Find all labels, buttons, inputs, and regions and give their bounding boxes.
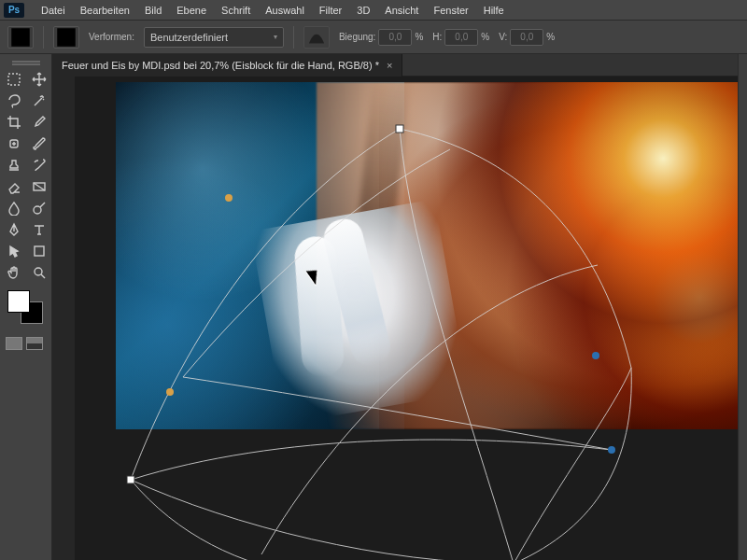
menu-layer[interactable]: Ebene bbox=[169, 0, 214, 21]
canvas-viewport[interactable] bbox=[75, 77, 747, 560]
gradient-tool-icon[interactable] bbox=[27, 176, 51, 197]
chevron-down-icon: ▾ bbox=[274, 33, 277, 41]
hand-tool-icon[interactable] bbox=[2, 262, 26, 283]
menu-3d[interactable]: 3D bbox=[349, 0, 377, 21]
document-canvas[interactable] bbox=[116, 82, 743, 429]
transform-tool-preset-icon[interactable] bbox=[7, 26, 34, 49]
svg-point-12 bbox=[608, 446, 615, 454]
bend-input[interactable]: 0,0 bbox=[378, 29, 412, 46]
path-select-tool-icon[interactable] bbox=[2, 241, 26, 261]
menu-select[interactable]: Auswahl bbox=[258, 0, 312, 21]
dodge-tool-icon[interactable] bbox=[27, 198, 51, 218]
svg-rect-8 bbox=[127, 476, 134, 483]
menu-window[interactable]: Fenster bbox=[426, 0, 475, 21]
history-brush-tool-icon[interactable] bbox=[27, 155, 51, 175]
warp-orientation-icon[interactable] bbox=[303, 26, 330, 49]
foreground-color-swatch[interactable] bbox=[7, 290, 30, 313]
stamp-tool-icon[interactable] bbox=[2, 155, 26, 175]
blur-tool-icon[interactable] bbox=[2, 198, 26, 218]
quickmask-icon[interactable] bbox=[6, 337, 22, 350]
svg-point-6 bbox=[35, 268, 42, 275]
svg-point-4 bbox=[34, 206, 41, 214]
menu-file[interactable]: Datei bbox=[34, 0, 73, 21]
app-logo[interactable]: Ps bbox=[4, 3, 24, 18]
bend-group: Biegung: 0,0 % bbox=[339, 29, 423, 46]
bend-label: Biegung: bbox=[339, 32, 375, 42]
menu-help[interactable]: Hilfe bbox=[476, 0, 512, 21]
hdist-group: H: 0,0 % bbox=[432, 29, 489, 46]
warp-grid-icon[interactable] bbox=[53, 26, 79, 49]
collapsed-panel-dock[interactable] bbox=[738, 54, 747, 560]
move-tool-icon[interactable] bbox=[27, 69, 51, 90]
document-tab-title: Feuer und Eis by MDI.psd bei 20,7% (Eisb… bbox=[62, 60, 379, 71]
eraser-tool-icon[interactable] bbox=[2, 176, 26, 197]
shape-tool-icon[interactable] bbox=[27, 241, 51, 261]
document-tab[interactable]: Feuer und Eis by MDI.psd bei 20,7% (Eisb… bbox=[52, 54, 402, 77]
screenmode-icon[interactable] bbox=[26, 337, 43, 350]
h-label: H: bbox=[432, 32, 442, 42]
vdist-group: V: 0,0 % bbox=[499, 29, 555, 46]
divider bbox=[293, 26, 294, 49]
zoom-tool-icon[interactable] bbox=[27, 262, 51, 283]
artwork bbox=[116, 82, 743, 429]
menu-bar: Ps Datei Bearbeiten Bild Ebene Schrift A… bbox=[0, 0, 747, 21]
close-icon[interactable]: × bbox=[387, 60, 392, 71]
panel-grab-handle[interactable] bbox=[2, 58, 49, 65]
v-input[interactable]: 0,0 bbox=[510, 29, 543, 46]
document-area: Feuer und Eis by MDI.psd bei 20,7% (Eisb… bbox=[52, 54, 747, 560]
lasso-tool-icon[interactable] bbox=[2, 91, 26, 111]
healing-tool-icon[interactable] bbox=[2, 133, 26, 154]
brush-tool-icon[interactable] bbox=[27, 133, 51, 154]
marquee-tool-icon[interactable] bbox=[2, 69, 26, 90]
h-input[interactable]: 0,0 bbox=[444, 29, 478, 46]
color-swatches[interactable] bbox=[7, 290, 47, 324]
document-tab-bar: Feuer und Eis by MDI.psd bei 20,7% (Eisb… bbox=[52, 54, 747, 77]
percent-label: % bbox=[415, 32, 423, 42]
options-bar: Verformen: Benutzerdefiniert ▾ Biegung: … bbox=[0, 21, 747, 54]
svg-rect-5 bbox=[35, 246, 44, 256]
v-label: V: bbox=[499, 32, 507, 42]
pen-tool-icon[interactable] bbox=[2, 219, 26, 240]
menu-type[interactable]: Schrift bbox=[214, 0, 258, 21]
magic-wand-tool-icon[interactable] bbox=[27, 91, 51, 111]
menu-view[interactable]: Ansicht bbox=[377, 0, 426, 21]
percent-label: % bbox=[546, 32, 555, 42]
warp-preset-value: Benutzerdefiniert bbox=[150, 32, 228, 43]
percent-label: % bbox=[481, 32, 489, 42]
svg-rect-1 bbox=[8, 74, 20, 85]
crop-tool-icon[interactable] bbox=[2, 112, 26, 133]
menu-image[interactable]: Bild bbox=[137, 0, 169, 21]
divider bbox=[43, 26, 44, 49]
tools-panel bbox=[0, 54, 52, 560]
warp-preset-dropdown[interactable]: Benutzerdefiniert ▾ bbox=[144, 27, 284, 48]
eyedropper-tool-icon[interactable] bbox=[27, 112, 51, 133]
warp-label: Verformen: bbox=[89, 32, 134, 42]
menu-filter[interactable]: Filter bbox=[312, 0, 349, 21]
menu-edit[interactable]: Bearbeiten bbox=[73, 0, 137, 21]
type-tool-icon[interactable] bbox=[27, 219, 51, 240]
